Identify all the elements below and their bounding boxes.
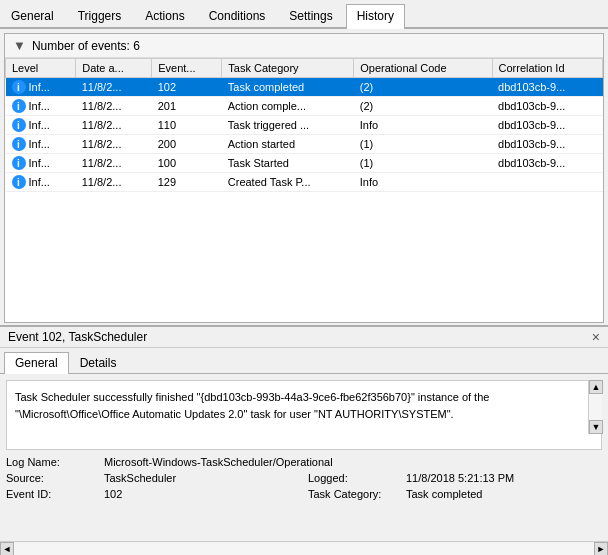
level-cell: iInf... xyxy=(6,154,76,173)
detail-fields: Log Name: Microsoft-Windows-TaskSchedule… xyxy=(6,456,602,500)
table-row[interactable]: iInf...11/8/2...110Task triggered ...Inf… xyxy=(6,116,603,135)
category-cell: Created Task P... xyxy=(222,173,354,192)
detail-title: Event 102, TaskScheduler xyxy=(8,330,147,344)
col-event[interactable]: Event... xyxy=(152,59,222,78)
filter-bar: ▼ Number of events: 6 xyxy=(5,34,603,58)
scroll-down-button[interactable]: ▼ xyxy=(589,420,603,434)
event-id-value: 102 xyxy=(104,488,300,500)
logged-value: 11/8/2018 5:21:13 PM xyxy=(406,472,602,484)
date-cell: 11/8/2... xyxy=(76,135,152,154)
table-row[interactable]: iInf...11/8/2...200Action started(1)dbd1… xyxy=(6,135,603,154)
table-row[interactable]: iInf...11/8/2...100Task Started(1)dbd103… xyxy=(6,154,603,173)
info-icon: i xyxy=(12,175,26,189)
horizontal-scroll-track[interactable] xyxy=(14,543,594,555)
filter-icon: ▼ xyxy=(13,38,26,53)
level-text: Inf... xyxy=(29,119,50,131)
task-category-value: Task completed xyxy=(406,488,602,500)
tab-actions[interactable]: Actions xyxy=(134,4,195,27)
info-icon: i xyxy=(12,137,26,151)
level-text: Inf... xyxy=(29,100,50,112)
detail-close-button[interactable]: × xyxy=(592,330,600,344)
correlation-cell: dbd103cb-9... xyxy=(492,116,602,135)
history-panel: ▼ Number of events: 6 Level Date a... Ev… xyxy=(4,33,604,323)
source-value: TaskScheduler xyxy=(104,472,300,484)
category-cell: Action started xyxy=(222,135,354,154)
category-cell: Action comple... xyxy=(222,97,354,116)
level-text: Inf... xyxy=(29,176,50,188)
date-cell: 11/8/2... xyxy=(76,154,152,173)
tab-settings[interactable]: Settings xyxy=(278,4,343,27)
col-category[interactable]: Task Category xyxy=(222,59,354,78)
category-cell: Task Started xyxy=(222,154,354,173)
bottom-scrollbar[interactable]: ◄ ► xyxy=(0,541,608,555)
correlation-cell: dbd103cb-9... xyxy=(492,78,602,97)
detail-panel: Event 102, TaskScheduler × General Detai… xyxy=(0,325,608,555)
info-icon: i xyxy=(12,80,26,94)
opcode-cell: (2) xyxy=(354,97,492,116)
event-cell: 110 xyxy=(152,116,222,135)
scroll-right-button[interactable]: ► xyxy=(594,542,608,556)
log-name-value: Microsoft-Windows-TaskScheduler/Operatio… xyxy=(104,456,602,468)
level-text: Inf... xyxy=(29,138,50,150)
scroll-left-button[interactable]: ◄ xyxy=(0,542,14,556)
level-cell: iInf... xyxy=(6,97,76,116)
date-cell: 11/8/2... xyxy=(76,116,152,135)
event-cell: 201 xyxy=(152,97,222,116)
correlation-cell: dbd103cb-9... xyxy=(492,154,602,173)
log-name-label: Log Name: xyxy=(6,456,96,468)
event-table[interactable]: Level Date a... Event... Task Category O… xyxy=(5,58,603,322)
event-id-label: Event ID: xyxy=(6,488,96,500)
level-cell: iInf... xyxy=(6,173,76,192)
event-cell: 200 xyxy=(152,135,222,154)
correlation-cell: dbd103cb-9... xyxy=(492,97,602,116)
event-cell: 102 xyxy=(152,78,222,97)
detail-tab-general[interactable]: General xyxy=(4,352,69,374)
opcode-cell: Info xyxy=(354,173,492,192)
detail-tab-details[interactable]: Details xyxy=(69,352,128,373)
level-text: Inf... xyxy=(29,157,50,169)
col-level[interactable]: Level xyxy=(6,59,76,78)
col-opcode[interactable]: Operational Code xyxy=(354,59,492,78)
col-correlation[interactable]: Correlation Id xyxy=(492,59,602,78)
info-icon: i xyxy=(12,156,26,170)
category-cell: Task completed xyxy=(222,78,354,97)
level-cell: iInf... xyxy=(6,78,76,97)
date-cell: 11/8/2... xyxy=(76,173,152,192)
table-row[interactable]: iInf...11/8/2...129Created Task P...Info xyxy=(6,173,603,192)
tab-history[interactable]: History xyxy=(346,4,405,29)
correlation-cell xyxy=(492,173,602,192)
opcode-cell: (1) xyxy=(354,135,492,154)
tab-conditions[interactable]: Conditions xyxy=(198,4,277,27)
info-icon: i xyxy=(12,118,26,132)
level-text: Inf... xyxy=(29,81,50,93)
level-cell: iInf... xyxy=(6,135,76,154)
date-cell: 11/8/2... xyxy=(76,78,152,97)
detail-titlebar: Event 102, TaskScheduler × xyxy=(0,327,608,348)
logged-label: Logged: xyxy=(308,472,398,484)
col-date[interactable]: Date a... xyxy=(76,59,152,78)
table-row[interactable]: iInf...11/8/2...201Action comple...(2)db… xyxy=(6,97,603,116)
scroll-track[interactable] xyxy=(589,394,602,420)
tab-general[interactable]: General xyxy=(0,4,65,27)
table-row[interactable]: iInf...11/8/2...102Task completed(2)dbd1… xyxy=(6,78,603,97)
opcode-cell: (2) xyxy=(354,78,492,97)
filter-text: Number of events: 6 xyxy=(32,39,140,53)
detail-tabs: General Details xyxy=(0,348,608,374)
task-category-label: Task Category: xyxy=(308,488,398,500)
event-cell: 100 xyxy=(152,154,222,173)
main-tab-bar: General Triggers Actions Conditions Sett… xyxy=(0,0,608,29)
detail-scrollbar[interactable]: ▲ ▼ xyxy=(588,380,602,434)
opcode-cell: (1) xyxy=(354,154,492,173)
opcode-cell: Info xyxy=(354,116,492,135)
correlation-cell: dbd103cb-9... xyxy=(492,135,602,154)
event-cell: 129 xyxy=(152,173,222,192)
tab-triggers[interactable]: Triggers xyxy=(67,4,133,27)
date-cell: 11/8/2... xyxy=(76,97,152,116)
scroll-up-button[interactable]: ▲ xyxy=(589,380,603,394)
source-label: Source: xyxy=(6,472,96,484)
detail-message: Task Scheduler successfully finished "{d… xyxy=(6,380,602,450)
category-cell: Task triggered ... xyxy=(222,116,354,135)
info-icon: i xyxy=(12,99,26,113)
level-cell: iInf... xyxy=(6,116,76,135)
